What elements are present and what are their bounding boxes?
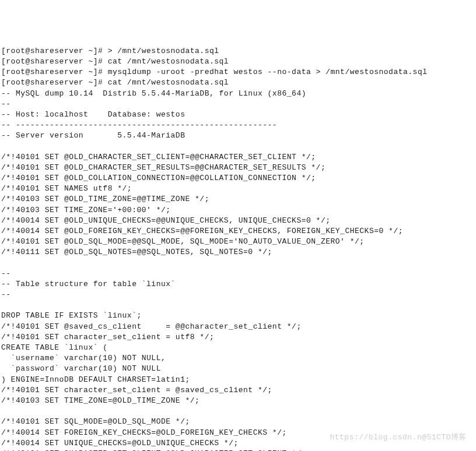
terminal-line: /*!40101 SET SQL_MODE=@OLD_SQL_MODE */; (1, 417, 475, 427)
terminal-line: -- -------------------------------------… (1, 120, 475, 131)
terminal-line (1, 141, 475, 151)
terminal-line: /*!40101 SET @saved_cs_client = @@charac… (1, 322, 475, 332)
terminal-line (1, 406, 475, 417)
terminal-line: /*!40101 SET character_set_client = @sav… (1, 385, 475, 396)
terminal-line: [root@shareserver ~]# mysqldump -uroot -… (1, 67, 475, 77)
terminal-line: [root@shareserver ~]# > /mnt/westosnodat… (1, 46, 475, 57)
terminal-line: /*!40111 SET @OLD_SQL_NOTES=@@SQL_NOTES,… (1, 247, 475, 258)
terminal-line: /*!40101 SET @OLD_COLLATION_CONNECTION=@… (1, 173, 475, 184)
terminal-line: /*!40101 SET NAMES utf8 */; (1, 184, 475, 194)
terminal-line: -- Server version 5.5.44-MariaDB (1, 131, 475, 141)
terminal-line: /*!40101 SET @OLD_CHARACTER_SET_RESULTS=… (1, 163, 475, 173)
terminal-line: [root@shareserver ~]# cat /mnt/westosnod… (1, 77, 475, 88)
terminal-line: /*!40103 SET @OLD_TIME_ZONE=@@TIME_ZONE … (1, 194, 475, 205)
terminal-line: /*!40103 SET TIME_ZONE=@OLD_TIME_ZONE */… (1, 396, 475, 406)
watermark-text: https://blog.csdn.n@51CTO博客 (330, 432, 467, 443)
terminal-line: `username` varchar(10) NOT NULL, (1, 353, 475, 364)
terminal-line: [root@shareserver ~]# cat /mnt/westosnod… (1, 57, 475, 67)
terminal-line: -- (1, 269, 475, 279)
terminal-line: /*!40101 SET @OLD_SQL_MODE=@@SQL_MODE, S… (1, 237, 475, 247)
terminal-line: -- (1, 99, 475, 110)
terminal-line: /*!40101 SET @OLD_CHARACTER_SET_CLIENT=@… (1, 152, 475, 163)
terminal-line: -- Table structure for table `linux` (1, 279, 475, 290)
terminal-line: /*!40101 SET character_set_client = utf8… (1, 332, 475, 343)
terminal-line (1, 258, 475, 269)
terminal-line: /*!40101 SET CHARACTER_SET_CLIENT=@OLD_C… (1, 449, 475, 451)
terminal-line: /*!40103 SET TIME_ZONE='+00:00' */; (1, 205, 475, 216)
terminal-line: CREATE TABLE `linux` ( (1, 343, 475, 353)
terminal-line: /*!40014 SET @OLD_FOREIGN_KEY_CHECKS=@@F… (1, 226, 475, 237)
terminal-line: DROP TABLE IF EXISTS `linux`; (1, 311, 475, 321)
terminal-line: /*!40014 SET @OLD_UNIQUE_CHECKS=@@UNIQUE… (1, 216, 475, 226)
terminal-output: [root@shareserver ~]# > /mnt/westosnodat… (1, 46, 475, 451)
terminal-line: ) ENGINE=InnoDB DEFAULT CHARSET=latin1; (1, 375, 475, 385)
terminal-line: -- (1, 290, 475, 300)
terminal-line: -- Host: localhost Database: westos (1, 110, 475, 120)
terminal-line: `password` varchar(10) NOT NULL (1, 364, 475, 374)
terminal-line (1, 300, 475, 311)
terminal-line: -- MySQL dump 10.14 Distrib 5.5.44-Maria… (1, 89, 475, 99)
